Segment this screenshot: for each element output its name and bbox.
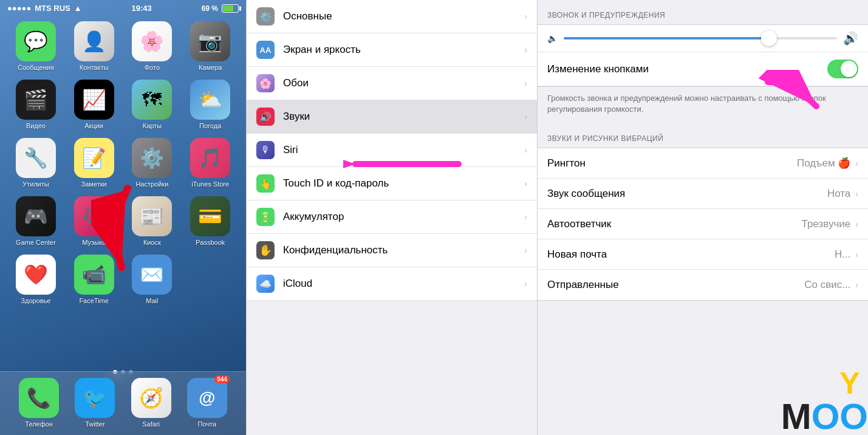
wallpaper-chevron: › [524,78,527,88]
ringtone-label: Рингтон [547,157,797,170]
app-photos[interactable]: 🌸 Фото [128,21,177,71]
volume-slider-thumb[interactable] [761,30,777,46]
settings-item-battery[interactable]: 🔋 Аккумулятор › [247,200,537,234]
app-notes[interactable]: 📝 Заметки [69,138,119,188]
app-music[interactable]: 🎶 Музыка [69,196,119,246]
wm-m: M [781,399,812,435]
dock-twitter[interactable]: 🐦 Twitter [75,378,115,428]
itunes-label: iTunes Store [191,180,229,188]
utilities-label: Утилиты [22,180,49,188]
change-by-buttons-toggle[interactable] [827,60,858,78]
app-maps[interactable]: 🗺 Карты [128,80,177,129]
sounds-vibration-section: Рингтон Подъем 🍎 › Звук сообщения Нота ›… [538,148,868,301]
siri-icon: 🎙 [256,141,275,159]
settings-item-privacy[interactable]: ✋ Конфиденциальность › [247,234,537,267]
vibration-section-header: ЗВУКИ И РИСУНКИ ВИБРАЦИЙ [538,123,868,148]
safari-icon: 🧭 [131,378,171,418]
volume-slider-track[interactable] [564,37,837,39]
dock-phone[interactable]: 📞 Телефон [19,378,59,428]
wm-o2: O [839,399,868,435]
app-gamecenter[interactable]: 🎮 Game Center [11,196,61,246]
settings-item-siri[interactable]: 🎙 Siri › [247,134,537,167]
twitter-label: Twitter [85,420,104,428]
app-passbook[interactable]: 💳 Passbook [185,196,235,246]
settings-list: ⚙️ Основные › AA Экран и яркость › 🌸 Обо… [247,0,537,301]
sent-mail-value: Со свис... [804,279,850,291]
general-label: Основные [283,10,519,22]
settings-item-general[interactable]: ⚙️ Основные › [247,0,537,33]
app-utilities[interactable]: 🔧 Утилиты [11,138,61,188]
settings-item-touchid[interactable]: 👆 Touch ID и код-пароль › [247,167,537,200]
sounds-detail-panel: ЗВОНОК И ПРЕДУПРЕЖДЕНИЯ 🔈 🔊 Изменение кн… [538,0,868,435]
utilities-icon: 🔧 [16,138,56,178]
signal-dots: ●●●●● [7,4,31,13]
new-mail-item[interactable]: Новая почта Н... › [538,239,868,270]
notes-label: Заметки [81,180,107,188]
message-sound-label: Звук сообщения [547,188,827,200]
privacy-icon: ✋ [256,241,275,259]
dock-safari[interactable]: 🧭 Safari [131,378,171,428]
twitter-icon: 🐦 [75,378,115,418]
wallpaper-label: Обои [283,77,519,89]
new-mail-value: Н... [835,248,850,261]
battery-percent: 69 % [202,4,218,13]
video-label: Видео [26,122,46,129]
phone-icon: 📞 [19,378,59,418]
icloud-icon: ☁️ [256,275,275,293]
wallpaper-icon: 🌸 [256,74,275,92]
ringtone-item[interactable]: Рингтон Подъем 🍎 › [538,148,868,179]
privacy-label: Конфиденциальность [283,244,519,256]
kiosk-label: Киоск [143,239,161,246]
contacts-label: Контакты [80,64,109,71]
dock-mail[interactable]: @ 944 Почта [187,378,227,428]
app-facetime[interactable]: 📹 FaceTime [69,255,119,304]
change-by-buttons-row: Изменение кнопками [538,52,868,86]
settings-label: Настройки [135,180,168,188]
voicemail-label: Автоответчик [547,218,802,230]
app-camera[interactable]: 📷 Камера [185,21,235,71]
empty-slot [190,255,230,295]
app-health[interactable]: ❤️ Здоровье [11,255,61,304]
app-settings[interactable]: ⚙️ Настройки [128,138,177,188]
mail-icon: ✉️ [132,255,172,295]
camera-label: Камера [199,64,222,71]
gamecenter-label: Game Center [16,239,56,246]
ring-section: 🔈 🔊 Изменение кнопками [538,24,868,87]
settings-item-icloud[interactable]: ☁️ iCloud › [247,267,537,301]
app-itunes[interactable]: 🎵 iTunes Store [185,138,235,188]
mail-badge: 944 [214,375,230,383]
touchid-chevron: › [524,179,527,188]
watermark: M O Y O [781,368,868,435]
volume-high-icon: 🔊 [843,31,858,46]
ring-section-header: ЗВОНОК И ПРЕДУПРЕЖДЕНИЯ [538,0,868,24]
icloud-chevron: › [524,279,527,289]
app-empty [185,255,235,304]
app-contacts[interactable]: 👤 Контакты [69,21,119,71]
pochta-label: Почта [198,420,217,428]
passbook-icon: 💳 [190,196,230,236]
app-messages[interactable]: 💬 Сообщения [11,21,61,71]
app-video[interactable]: 🎬 Видео [11,80,61,129]
dock: 📞 Телефон 🐦 Twitter 🧭 Safari @ 944 Почта [0,371,246,435]
weather-icon: ⛅ [190,80,230,120]
app-kiosk[interactable]: 📰 Киоск [128,196,177,246]
app-weather[interactable]: ⛅ Погода [185,80,235,129]
volume-low-icon: 🔈 [547,33,558,43]
sounds-icon: 🔊 [256,108,275,126]
settings-item-sounds[interactable]: 🔊 Звуки › [247,100,537,134]
music-icon: 🎶 [74,196,114,236]
voicemail-item[interactable]: Автоответчик Трезвучие › [538,209,868,239]
notes-icon: 📝 [74,138,114,178]
status-bar: ●●●●● MTS RUS ▲ 19:43 69 % [0,0,246,15]
app-stocks[interactable]: 📈 Акции [69,80,119,129]
maps-icon: 🗺 [132,80,172,120]
new-mail-chevron: › [855,250,858,259]
touchid-icon: 👆 [256,174,275,193]
sent-mail-item[interactable]: Отправленные Со свис... › [538,270,868,300]
display-icon: AA [256,41,275,59]
settings-item-wallpaper[interactable]: 🌸 Обои › [247,67,537,100]
volume-row: 🔈 🔊 [538,25,868,52]
settings-item-display[interactable]: AA Экран и яркость › [247,33,537,67]
message-sound-item[interactable]: Звук сообщения Нота › [538,179,868,209]
app-mail[interactable]: ✉️ Mail [128,255,177,304]
